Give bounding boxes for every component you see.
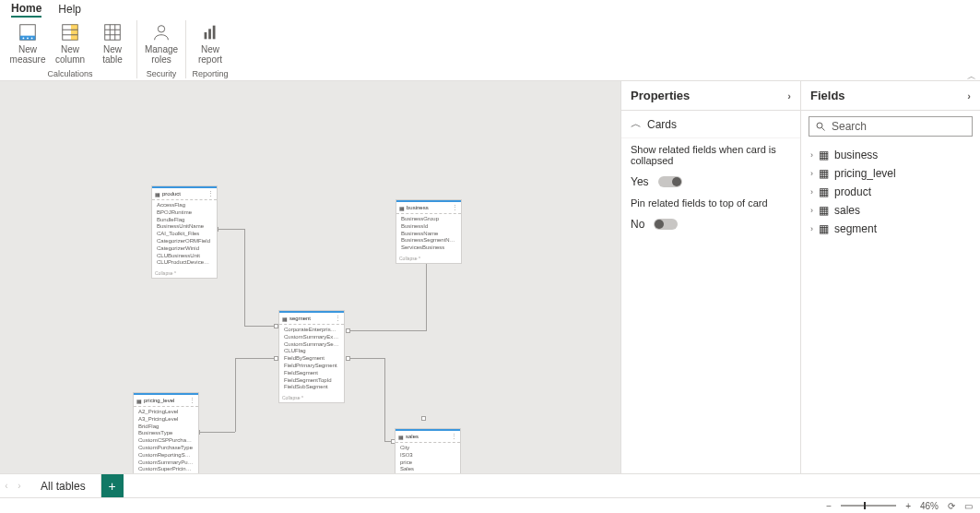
related-fields-toggle[interactable]	[658, 176, 682, 187]
zoom-level: 46%	[920, 501, 939, 511]
pin-fields-label: Pin related fields to top of card	[621, 192, 800, 214]
chevron-right-icon: ›	[810, 206, 813, 215]
field-item: BusinessGroup	[399, 216, 458, 223]
fit-to-screen-icon[interactable]: ⟳	[948, 501, 955, 511]
card-collapse[interactable]: Collapse ^	[152, 268, 217, 278]
related-fields-label: Show related fields when card is collaps…	[621, 138, 800, 172]
svg-point-14	[158, 26, 164, 32]
tab-nav-prev[interactable]: ‹	[0, 481, 13, 491]
field-item: BPOJRuntime	[155, 209, 214, 217]
menu-home[interactable]: Home	[11, 2, 41, 18]
new-table-button[interactable]: New table	[94, 20, 131, 65]
fields-panel: Fields› Search ›▦business›▦pricing_level…	[800, 81, 980, 473]
svg-point-3	[27, 38, 29, 40]
table-card-product[interactable]: ▦product⋮ AccessFlagBPOJRuntimeBundleFla…	[151, 185, 218, 279]
field-item: FieldSegmentTopId	[282, 377, 341, 385]
chevron-right-icon[interactable]: ›	[967, 90, 971, 101]
card-menu-icon[interactable]: ⋮	[452, 204, 458, 211]
new-column-button[interactable]: New column	[52, 20, 89, 65]
zoom-slider[interactable]	[841, 505, 896, 507]
properties-title: Properties	[631, 89, 690, 102]
field-item: CLUFlag	[282, 348, 341, 355]
menu-help[interactable]: Help	[58, 3, 81, 16]
table-icon: ▦	[155, 191, 160, 197]
model-canvas[interactable]: ▦product⋮ AccessFlagBPOJRuntimeBundleFla…	[0, 81, 620, 473]
field-item: BundleFlag	[155, 217, 214, 224]
tab-nav-next[interactable]: ›	[13, 481, 26, 491]
field-table-sales[interactable]: ›▦sales	[807, 201, 974, 220]
card-fields: AccessFlagBPOJRuntimeBundleFlagBusinessU…	[152, 200, 217, 268]
manage-roles-button[interactable]: Manage roles	[143, 20, 180, 65]
table-icon: ▦	[399, 205, 405, 211]
ribbon-group-calculations: Calculations	[47, 67, 92, 78]
card-menu-icon[interactable]: ⋮	[189, 397, 195, 404]
ribbon: New measure New column New table Calcula…	[0, 18, 980, 81]
field-item: BusinessId	[399, 223, 458, 231]
table-icon: ▦	[136, 398, 142, 404]
card-menu-icon[interactable]: ⋮	[207, 190, 214, 197]
field-item: CategorizerORMField	[155, 238, 214, 245]
search-icon	[815, 121, 826, 132]
new-report-button[interactable]: New report	[192, 20, 229, 65]
zoom-out-button[interactable]: −	[826, 501, 832, 511]
pin-fields-value: No	[631, 218, 644, 231]
tab-bar: ‹ › All tables +	[0, 473, 980, 497]
table-icon: ▦	[819, 222, 829, 235]
field-table-pricing_level[interactable]: ›▦pricing_level	[807, 164, 974, 183]
chevron-up-icon: ︿	[631, 116, 642, 132]
card-collapse[interactable]: Collapse ^	[396, 254, 461, 263]
field-item: CustomReportingSummaryPurc...	[136, 452, 195, 459]
svg-rect-6	[71, 25, 77, 41]
field-item: FieldPrimarySegment	[282, 363, 341, 370]
tab-all-tables[interactable]: All tables	[26, 474, 101, 497]
field-item: ISO3	[398, 452, 457, 459]
fullscreen-icon[interactable]: ▭	[964, 501, 973, 511]
field-table-segment[interactable]: ›▦segment	[807, 220, 974, 238]
svg-line-19	[822, 128, 825, 131]
field-item: A2_PricingLevel	[136, 409, 195, 416]
cards-section-header[interactable]: ︿Cards	[621, 111, 800, 138]
search-input[interactable]: Search	[809, 116, 973, 137]
field-item: price	[398, 459, 457, 467]
card-fields: A2_PricingLevelA3_PricingLevelBridFlagBu…	[134, 407, 198, 473]
field-item: CustomPurchaseType	[136, 445, 195, 452]
field-item: ServicesBusiness	[399, 245, 458, 252]
field-item: BusinessUnitName	[155, 223, 214, 231]
pin-fields-toggle[interactable]	[654, 219, 678, 230]
zoom-in-button[interactable]: +	[905, 501, 911, 511]
chevron-right-icon: ›	[810, 187, 813, 197]
fields-list: ›▦business›▦pricing_level›▦product›▦sale…	[801, 142, 980, 242]
table-card-sales[interactable]: ▦sales⋮ CityISO3priceSalestime Collapse …	[395, 428, 461, 473]
svg-point-4	[31, 38, 33, 40]
card-menu-icon[interactable]: ⋮	[335, 315, 341, 322]
table-icon: ▦	[819, 167, 829, 180]
card-collapse[interactable]: Collapse ^	[279, 393, 344, 402]
chevron-right-icon[interactable]: ›	[787, 90, 791, 101]
table-icon: ▦	[282, 316, 288, 322]
svg-rect-15	[205, 32, 207, 39]
svg-rect-17	[213, 26, 216, 40]
chevron-right-icon: ›	[810, 169, 813, 178]
field-item: City	[398, 445, 457, 452]
field-item: CustomSummarySegment	[282, 341, 341, 349]
field-item: CLUBusinessUnit	[155, 253, 214, 260]
field-item: AccessFlag	[155, 202, 214, 209]
svg-point-18	[817, 123, 822, 128]
add-tab-button[interactable]: +	[101, 474, 124, 497]
field-item: Sales	[398, 466, 457, 473]
properties-panel: Properties› ︿Cards Show related fields w…	[620, 81, 800, 473]
field-item: CustomSuperPricingLevel	[136, 466, 195, 473]
field-table-product[interactable]: ›▦product	[807, 183, 974, 201]
field-item: FieldSegment	[282, 370, 341, 377]
field-item: FieldSubSegment	[282, 384, 341, 391]
field-item: CustomSummaryExecId	[282, 334, 341, 341]
field-table-business[interactable]: ›▦business	[807, 146, 974, 164]
table-card-segment[interactable]: ▦segment⋮ CorporateEnterpriseFlagCustomS…	[278, 310, 345, 403]
card-fields: BusinessGroupBusinessIdBusinessNameBusin…	[396, 214, 461, 254]
table-card-business[interactable]: ▦business⋮ BusinessGroupBusinessIdBusine…	[396, 199, 462, 264]
card-menu-icon[interactable]: ⋮	[451, 433, 457, 440]
field-item: CorporateEnterpriseFlag	[282, 327, 341, 334]
status-bar: − + 46% ⟳ ▭	[0, 497, 980, 513]
new-measure-button[interactable]: New measure	[9, 20, 46, 65]
table-card-pricing-level[interactable]: ▦pricing_level⋮ A2_PricingLevelA3_Pricin…	[133, 392, 199, 473]
